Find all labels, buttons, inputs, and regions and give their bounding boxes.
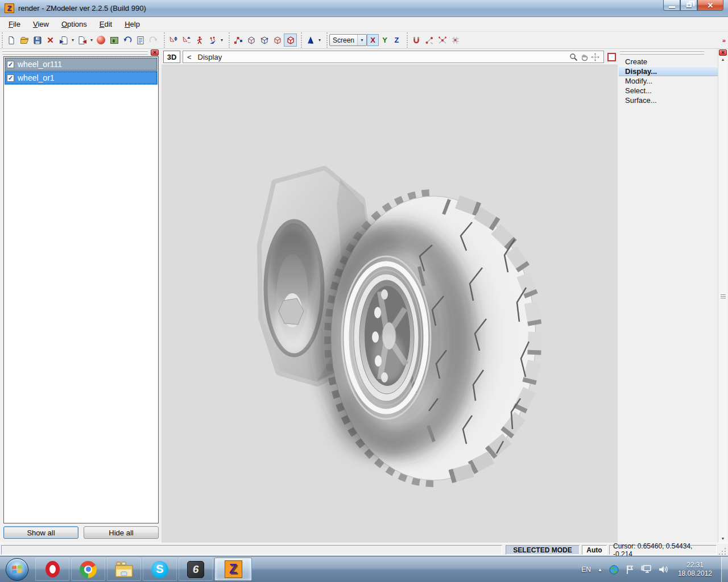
zoom-icon[interactable] — [569, 53, 578, 61]
viewport-mode-button[interactable]: 3D — [163, 51, 180, 63]
resize-grip[interactable] — [719, 548, 727, 556]
viewport-canvas[interactable] — [162, 64, 618, 543]
network-icon[interactable] — [641, 565, 652, 574]
taskbar-chrome-button[interactable] — [71, 558, 105, 581]
snap-vertex-button[interactable] — [423, 34, 436, 47]
menu-options[interactable]: Options — [55, 17, 93, 31]
scroll-down-icon[interactable]: ▼ — [718, 537, 727, 541]
select-rotate-tool-button[interactable] — [180, 34, 193, 47]
axis-y-button[interactable]: Y — [379, 34, 391, 46]
menu-edit[interactable]: Edit — [93, 17, 118, 31]
tire-rim — [342, 256, 431, 419]
menu-modify[interactable]: Modify... — [619, 76, 718, 86]
opera-icon — [46, 561, 60, 577]
select-move-tool-button[interactable] — [167, 34, 180, 47]
left-panel-close-button[interactable]: ✕ — [151, 49, 159, 56]
globe-icon[interactable] — [609, 565, 619, 575]
taskbar-skype-button[interactable]: S — [143, 558, 177, 581]
undo-button[interactable] — [121, 34, 134, 47]
menu-create[interactable]: Create — [619, 57, 718, 66]
open-file-button[interactable] — [18, 34, 31, 47]
command-menu-list: Create Display... Modify... Select... Su… — [619, 57, 718, 105]
rigging-dropdown-caret[interactable]: ▾ — [219, 38, 225, 43]
scrollbar-thumb[interactable] — [721, 294, 726, 299]
pivot-button[interactable] — [304, 34, 317, 47]
rigging-tool-button[interactable] — [206, 34, 219, 47]
status-bar: SELECTED MODE Auto Cursor: 0.65460, 0.54… — [0, 543, 728, 556]
list-item[interactable]: ✓ wheel_or1 — [5, 71, 158, 85]
taskbar-clock[interactable]: 22:31 18.08.2012 — [678, 561, 712, 578]
polygons-level-button[interactable] — [258, 34, 271, 47]
tire-object[interactable] — [329, 194, 542, 483]
rebar-gripper[interactable] — [620, 50, 704, 52]
import-dropdown-caret[interactable]: ▾ — [70, 38, 76, 43]
material-editor-button[interactable] — [107, 34, 121, 47]
show-hidden-icons-arrow[interactable]: ▲ — [598, 567, 602, 572]
clock-time: 22:31 — [678, 561, 712, 569]
viewport-back-arrow[interactable]: < — [187, 53, 192, 61]
minimize-button[interactable] — [663, 0, 680, 11]
language-indicator[interactable]: EN — [581, 566, 591, 573]
snap-intersection-button[interactable] — [436, 34, 449, 47]
new-file-button[interactable] — [5, 34, 18, 47]
objects-level-button[interactable] — [284, 34, 297, 47]
render-button[interactable] — [94, 34, 107, 47]
toolbar-overflow-icon[interactable]: » — [722, 37, 726, 44]
menu-select[interactable]: Select... — [619, 86, 718, 95]
viewport-maximize-button[interactable] — [607, 53, 616, 61]
viewport-title-bar[interactable]: < Display — [183, 51, 604, 63]
right-panel-close-button[interactable]: ✕ — [719, 49, 727, 56]
polygons-level-icon — [260, 36, 269, 45]
vertices-level-button[interactable] — [231, 34, 245, 47]
rebar-gripper[interactable] — [2, 53, 148, 55]
list-item[interactable]: ✓ wheel_or111 — [5, 57, 158, 71]
bones-tool-button[interactable] — [193, 34, 206, 47]
show-desktop-button[interactable] — [721, 556, 728, 582]
menu-view[interactable]: View — [27, 17, 55, 31]
start-button[interactable] — [6, 558, 28, 581]
close-button[interactable]: ✕ — [697, 0, 723, 11]
pan-hand-icon[interactable] — [580, 53, 589, 61]
visibility-checkbox[interactable]: ✓ — [7, 74, 14, 82]
rebar-gripper[interactable] — [2, 50, 148, 52]
viewport-3d: 3D < Display — [162, 49, 618, 543]
visibility-checkbox[interactable]: ✓ — [7, 61, 14, 68]
taskbar-3dsmax-button[interactable]: 6 — [179, 558, 213, 581]
export-dropdown-caret[interactable]: ▾ — [89, 38, 94, 43]
save-button[interactable] — [31, 34, 44, 47]
axis-x-button[interactable]: X — [367, 34, 379, 46]
export-button[interactable] — [76, 34, 89, 47]
menu-help[interactable]: Help — [118, 17, 146, 31]
scroll-up-icon[interactable]: ▲ — [718, 57, 727, 61]
right-panel-scrollbar[interactable]: ✕ ▲ ▼ — [718, 49, 727, 543]
taskbar-zmodeler-button[interactable]: Z — [214, 558, 252, 581]
action-center-flag-icon[interactable] — [626, 565, 634, 575]
menu-file[interactable]: File — [2, 17, 27, 31]
pivot-dropdown-caret[interactable]: ▾ — [317, 38, 322, 43]
magnet-button[interactable] — [410, 34, 423, 47]
snap-grid-button[interactable] — [449, 34, 462, 47]
selected-mode-indicator: SELECTED MODE — [506, 545, 580, 555]
axis-z-button[interactable]: Z — [391, 34, 403, 46]
hide-all-button[interactable]: Hide all — [84, 526, 159, 539]
speaker-icon[interactable] — [659, 565, 669, 574]
delete-x-icon: ✕ — [47, 35, 54, 45]
show-all-button[interactable]: Show all — [3, 526, 78, 539]
screen-mode-combo[interactable]: Screen ▾ — [329, 34, 367, 46]
auto-mode-indicator[interactable]: Auto — [582, 545, 607, 555]
combo-caret-button[interactable]: ▾ — [357, 35, 366, 45]
rebar-gripper[interactable] — [620, 53, 704, 55]
menu-surface[interactable]: Surface... — [619, 95, 718, 105]
taskbar-opera-button[interactable] — [35, 558, 69, 581]
restore-button[interactable] — [680, 0, 697, 11]
move-view-icon[interactable] — [591, 53, 599, 61]
export-icon — [78, 36, 87, 45]
surfaces-level-button[interactable] — [271, 34, 284, 47]
edges-level-button[interactable] — [245, 34, 258, 47]
import-button[interactable] — [57, 34, 70, 47]
delete-button[interactable]: ✕ — [44, 34, 57, 47]
taskbar-explorer-button[interactable] — [107, 558, 141, 581]
redo-button[interactable] — [147, 34, 160, 47]
menu-display[interactable]: Display... — [619, 66, 718, 76]
log-button[interactable] — [134, 34, 147, 47]
